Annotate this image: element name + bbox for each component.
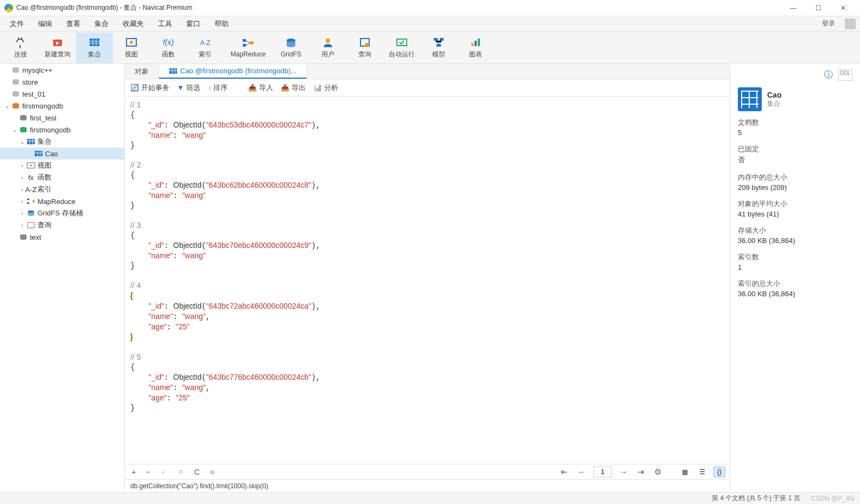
toggle-icon[interactable]: ⌄ xyxy=(3,103,11,109)
tree-firstmongodb[interactable]: ⌄firstmongodb xyxy=(0,100,124,112)
menu-查看[interactable]: 查看 xyxy=(61,17,86,31)
tree-test_01[interactable]: test_01 xyxy=(0,88,124,100)
info-panel: ⓘ DDL Cao 集合 文档数5已固定否内存中的总大小209 bytes (2… xyxy=(730,64,860,492)
svg-point-40 xyxy=(30,164,32,167)
table-icon xyxy=(87,36,102,48)
menu-帮助[interactable]: 帮助 xyxy=(209,17,234,31)
tree-firstmongodb[interactable]: ⌄firstmongodb xyxy=(0,124,124,136)
sidebar-tree[interactable]: mysqlc++storetest_01⌄firstmongodbfirst_t… xyxy=(0,64,125,492)
toolbar-模型[interactable]: 模型 xyxy=(420,33,457,63)
import-button[interactable]: 📥导入 xyxy=(248,83,273,93)
svg-rect-35 xyxy=(35,151,42,156)
db-gray-icon xyxy=(18,233,28,241)
toggle-icon[interactable]: › xyxy=(18,210,26,216)
prev-page-button[interactable]: ← xyxy=(576,467,588,476)
menu-窗口[interactable]: 窗口 xyxy=(181,17,206,31)
object-name: Cao xyxy=(767,91,781,99)
toggle-icon[interactable]: › xyxy=(18,175,26,181)
avatar-icon[interactable] xyxy=(845,18,856,29)
query-text: db.getCollection("Cao").find().limit(100… xyxy=(125,479,730,492)
maximize-button[interactable]: ☐ xyxy=(806,0,831,16)
toggle-icon[interactable]: › xyxy=(18,199,26,205)
svg-text:f(x): f(x) xyxy=(163,38,174,47)
ddl-icon[interactable]: DDL xyxy=(838,69,852,81)
toolbar-用户[interactable]: 用户 xyxy=(309,33,346,63)
svg-text:▶: ▶ xyxy=(56,40,60,46)
toolbar-GridFS[interactable]: GridFS xyxy=(273,33,309,63)
tree-函数[interactable]: ›fx函数 xyxy=(0,171,124,183)
analyze-button[interactable]: 📊分析 xyxy=(313,83,338,93)
json-editor[interactable]: // 1 { "_id": ObjectId("643bc53dbc460000… xyxy=(125,97,730,464)
tree-mysqlc++[interactable]: mysqlc++ xyxy=(0,64,124,76)
minimize-button[interactable]: — xyxy=(781,0,806,16)
sort-button[interactable]: ↕排序 xyxy=(208,83,228,93)
svg-rect-22 xyxy=(471,43,473,46)
stop-button[interactable]: ■ xyxy=(207,467,217,476)
json-view-button[interactable]: {} xyxy=(713,467,725,477)
export-button[interactable]: 📤导出 xyxy=(281,83,306,93)
db-off-icon xyxy=(11,78,21,86)
toolbar-集合[interactable]: 集合 xyxy=(76,33,113,63)
tree-text[interactable]: text xyxy=(0,231,124,243)
tree-查询[interactable]: ›查询 xyxy=(0,219,124,231)
next-page-button[interactable]: → xyxy=(617,467,630,476)
tree-label: 视图 xyxy=(37,161,52,170)
auto-icon xyxy=(394,36,409,48)
menu-收藏夹[interactable]: 收藏夹 xyxy=(117,17,149,31)
toolbar-视图[interactable]: 视图 xyxy=(113,33,150,63)
settings-button[interactable]: ⚙ xyxy=(652,467,663,477)
tree-集合[interactable]: ⌄集合 xyxy=(0,136,124,148)
export-icon: 📤 xyxy=(281,84,289,92)
menu-工具[interactable]: 工具 xyxy=(153,17,178,31)
toolbar-新建查询[interactable]: ▶新建查询 xyxy=(39,33,76,63)
toolbar-索引[interactable]: A·Z索引 xyxy=(187,33,224,63)
editor-bottom-bar: + − ✓ ✕ C ■ ⇤ ← → ⇥ ⚙ ▦ ☰ {} xyxy=(125,464,730,479)
tree-label: firstmongodb xyxy=(30,126,71,134)
tree-store[interactable]: store xyxy=(0,76,124,88)
toolbar-图表[interactable]: 图表 xyxy=(457,33,494,63)
menu-文件[interactable]: 文件 xyxy=(4,17,29,31)
tree-视图[interactable]: ›视图 xyxy=(0,160,124,171)
login-link[interactable]: 登录 xyxy=(818,17,839,30)
svg-point-8 xyxy=(130,41,133,44)
fx-icon: f(x) xyxy=(161,36,176,48)
add-row-button[interactable]: + xyxy=(129,467,138,476)
filter-button[interactable]: ▼筛选 xyxy=(177,83,200,93)
tab-对象[interactable]: 对象 xyxy=(125,64,159,79)
toolbar-连接[interactable]: 连接 xyxy=(2,33,39,63)
delete-row-button[interactable]: − xyxy=(144,467,153,476)
svg-rect-23 xyxy=(475,41,477,46)
tree-MapReduce[interactable]: ›MapReduce xyxy=(0,195,124,207)
grid-view-button[interactable]: ▦ xyxy=(679,467,691,477)
view-icon xyxy=(124,36,139,48)
tree-Cao[interactable]: Cao xyxy=(0,148,124,160)
toggle-icon[interactable]: ⌄ xyxy=(11,127,18,133)
tree-view-button[interactable]: ☰ xyxy=(696,467,708,477)
tree-索引[interactable]: ›A-Z索引 xyxy=(0,183,124,195)
toggle-icon[interactable]: › xyxy=(18,163,26,169)
toolbar-MapReduce[interactable]: MapReduce xyxy=(224,33,273,63)
cancel-button[interactable]: ✕ xyxy=(175,467,187,477)
table-icon xyxy=(26,137,36,146)
toolbar-函数[interactable]: f(x)函数 xyxy=(150,33,187,63)
toggle-icon[interactable]: ⌄ xyxy=(18,139,26,145)
last-page-button[interactable]: ⇥ xyxy=(635,467,647,477)
tree-first_test[interactable]: first_test xyxy=(0,112,124,124)
titlebar: Cao @firstmongodb (firstmongodb) - 集合 - … xyxy=(0,0,860,16)
menu-编辑[interactable]: 编辑 xyxy=(33,17,58,31)
refresh-button[interactable]: C xyxy=(192,467,203,476)
start-transaction-button[interactable]: 🔄开始事务 xyxy=(130,83,169,93)
toolbar-自动运行[interactable]: 自动运行 xyxy=(383,33,420,63)
newquery-icon: ▶ xyxy=(50,36,65,48)
apply-button[interactable]: ✓ xyxy=(159,467,170,477)
close-button[interactable]: ✕ xyxy=(831,0,856,16)
info-icon[interactable]: ⓘ xyxy=(824,69,833,81)
page-input[interactable] xyxy=(593,467,612,477)
toolbar-查询[interactable]: 查询 xyxy=(346,33,383,63)
svg-rect-12 xyxy=(243,44,246,47)
tab-Cao @firstmongodb (firstmongodb)...[interactable]: Cao @firstmongodb (firstmongodb)... xyxy=(159,64,307,79)
tree-GridFS 存储桶[interactable]: ›GridFS 存储桶 xyxy=(0,207,124,219)
first-page-button[interactable]: ⇤ xyxy=(559,467,570,477)
toggle-icon[interactable]: › xyxy=(18,222,26,228)
menu-集合[interactable]: 集合 xyxy=(89,17,114,31)
